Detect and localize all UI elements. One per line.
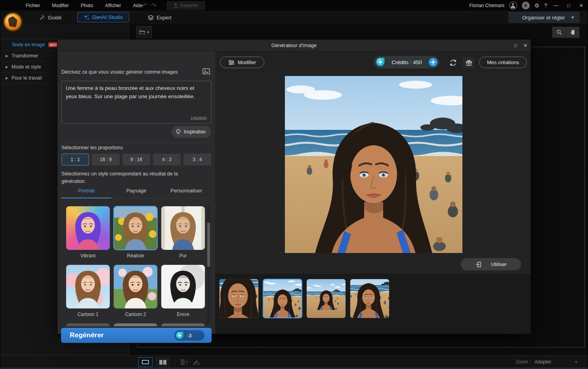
style-caption: Vibrant [66, 253, 110, 259]
image-add-icon[interactable] [202, 68, 211, 76]
folder-icon [139, 29, 146, 35]
use-label: Utiliser [491, 261, 507, 267]
history-stack-icon[interactable] [180, 359, 189, 366]
result-thumbnail-4[interactable] [350, 279, 389, 318]
menu-aide[interactable]: Aide [133, 3, 143, 8]
result-thumbnail-1[interactable] [219, 279, 259, 318]
account-icon[interactable] [509, 2, 517, 10]
style-option-partial[interactable] [161, 323, 205, 326]
menu-photo[interactable]: Photo [81, 3, 93, 8]
style-option-pur[interactable]: Pur [161, 206, 205, 259]
tab-expert[interactable]: Expert [144, 12, 176, 23]
credits-pill[interactable]: Crédits : 450 [374, 56, 439, 68]
result-thumbnail-3[interactable] [306, 279, 346, 318]
zoom-tool-button[interactable] [552, 27, 566, 38]
modify-button[interactable]: Modifier [220, 57, 264, 68]
zoom-label: Zoom : [516, 359, 531, 365]
tab-underline [61, 198, 211, 198]
help-icon[interactable]: ? [544, 3, 547, 8]
result-thumbnails [215, 274, 531, 334]
settings-gear-icon[interactable]: ⚙ [535, 3, 540, 8]
ratio-9-16[interactable]: 9 : 16 [122, 154, 150, 165]
statusbar-divider [175, 359, 175, 366]
chevron-down-icon[interactable]: ▼ [574, 360, 578, 364]
prompt-panel: Décrivez ce que vous voulez générer comm… [57, 51, 215, 334]
add-credits-icon[interactable] [428, 57, 438, 67]
sliders-icon [228, 60, 235, 65]
close-button[interactable]: ✕ [577, 3, 585, 8]
prompt-textarea[interactable]: Une femme à la peau bronzée et aux cheve… [62, 81, 211, 114]
sidebar-item-label: Pour le travail [11, 75, 42, 81]
upload-icon [174, 3, 178, 8]
result-panel: Modifier Crédits : 450 [215, 51, 531, 334]
sidebar-item-label: Texte en image [11, 42, 45, 48]
regenerate-cost: -3 [187, 333, 192, 339]
folder-dropdown-button[interactable]: ▾ [136, 26, 152, 38]
credit-icon [176, 331, 184, 340]
sidebar-item-label: Transformer [11, 53, 38, 59]
split-view-icon [159, 360, 166, 365]
regenerate-cost-pill: -3 [174, 330, 204, 340]
maximize-button[interactable]: □ [565, 3, 573, 8]
edit-pencil-icon[interactable] [192, 359, 200, 366]
inspiration-button[interactable]: Inspiration [172, 126, 211, 138]
menu-modifier[interactable]: Modifier [52, 3, 69, 8]
gift-button[interactable] [463, 57, 475, 68]
generated-image-preview[interactable] [285, 76, 462, 253]
compare-view-button[interactable] [156, 357, 170, 367]
dialog-close-button[interactable]: ✕ [523, 43, 527, 48]
style-option-partial[interactable] [66, 323, 110, 326]
organize-adjust-dropdown[interactable]: Organiser et régler ▼ [508, 12, 580, 23]
refresh-icon [449, 59, 457, 67]
style-option-partial[interactable] [113, 323, 158, 326]
menu-afficher[interactable]: Afficher [105, 3, 121, 8]
style-tabs: Portrait Paysage Personnaliser [61, 188, 211, 197]
use-button[interactable]: Utiliser [461, 258, 521, 270]
minimize-button[interactable]: — [552, 3, 560, 8]
style-option-realiste[interactable]: Réaliste [113, 206, 158, 259]
toolbar-divider [139, 3, 139, 8]
ratio-16-9[interactable]: 16 : 9 [92, 154, 120, 165]
style-option-vibrant[interactable]: Vibrant [66, 206, 110, 259]
single-view-button[interactable] [138, 357, 153, 367]
style-grid: Vibrant Réaliste Pur Cartoon 1 Cartoon 2 [57, 203, 215, 326]
redo-icon[interactable]: ↷ [151, 2, 157, 9]
style-tab-personnaliser[interactable]: Personnaliser [161, 188, 211, 197]
style-tab-portrait[interactable]: Portrait [61, 188, 111, 197]
export-button[interactable]: Exporter [167, 1, 205, 10]
credit-icon [376, 57, 385, 67]
tab-genai-studio[interactable]: GenAI Studio [77, 12, 129, 23]
style-tab-paysage[interactable]: Paysage [111, 188, 161, 197]
magic-wand-icon [39, 15, 45, 21]
expander-triangle-icon: ▶ [6, 65, 8, 69]
regenerate-button[interactable]: Regénérer -3 [61, 328, 212, 343]
menu-fichier[interactable]: Fichier [26, 3, 40, 8]
refresh-button[interactable] [447, 57, 459, 68]
undo-icon[interactable]: ↶ [142, 2, 147, 9]
layers-icon [148, 15, 154, 21]
ratio-1-1[interactable]: 1 : 1 [61, 154, 89, 165]
style-grid-scrollbar[interactable] [207, 205, 210, 324]
ratio-3-4[interactable]: 3 : 4 [183, 154, 211, 165]
result-thumbnail-2-selected[interactable] [263, 279, 302, 318]
dialog-maximize-button[interactable]: □ [514, 43, 517, 48]
notifications-icon[interactable] [522, 2, 530, 10]
expander-triangle-icon: ▶ [6, 76, 8, 80]
style-option-cartoon2[interactable]: Cartoon 2 [113, 264, 158, 317]
style-option-encre[interactable]: Encre [161, 264, 205, 317]
pan-hand-button[interactable] [566, 27, 579, 38]
zoom-value-dropdown[interactable]: Adapter [535, 359, 570, 365]
tab-guided[interactable]: Guidé [35, 12, 65, 23]
my-creations-button[interactable]: Mes créations [479, 57, 527, 68]
user-name[interactable]: Florian Chemani [470, 3, 504, 8]
char-counter: 106/800 [190, 116, 207, 121]
gift-icon [466, 59, 472, 66]
style-caption: Pur [161, 253, 205, 259]
style-option-cartoon1[interactable]: Cartoon 1 [66, 264, 110, 317]
mode-toolbar: Guidé GenAI Studio Expert Organiser et r… [0, 11, 588, 24]
titlebar: Fichier Modifier Photo Afficher Aide ↶ ↷… [0, 0, 588, 11]
organize-label: Organiser et régler [522, 15, 565, 21]
prompt-textarea-container: Une femme à la peau bronzée et aux cheve… [61, 81, 211, 124]
ratio-4-3[interactable]: 4 : 3 [153, 154, 181, 165]
tab-genai-label: GenAI Studio [92, 14, 123, 20]
